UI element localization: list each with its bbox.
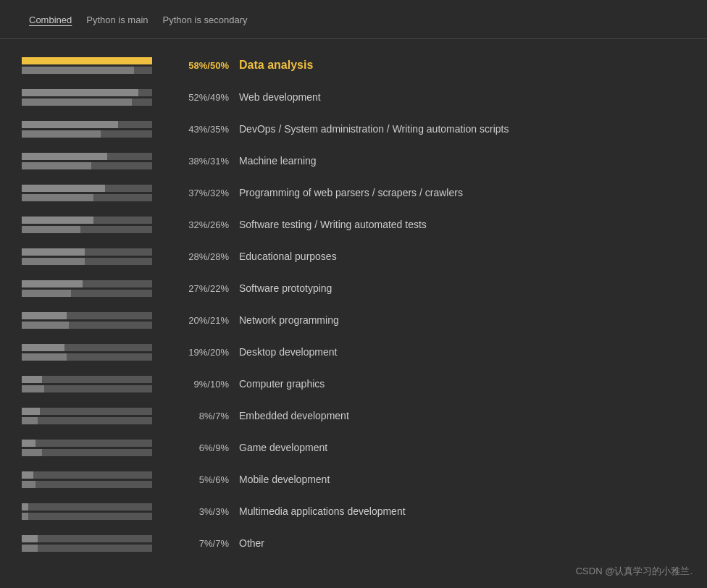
bar-area	[22, 153, 174, 169]
bar-track-primary	[22, 535, 152, 542]
percent-label: 6%/9%	[174, 442, 239, 453]
bar-track-primary	[22, 153, 152, 160]
bar-track-secondary	[22, 417, 152, 424]
bar-track-secondary	[22, 258, 152, 265]
percent-label: 3%/3%	[174, 506, 239, 517]
chart-row: 58%/50%Data analysis	[22, 49, 685, 81]
percent-label: 27%/22%	[174, 283, 239, 294]
bar-track-secondary	[22, 67, 152, 74]
chart-row: 27%/22%Software prototyping	[22, 272, 685, 304]
chart-row: 37%/32%Programming of web parsers / scra…	[22, 177, 685, 209]
chart-row: 19%/20%Desktop development	[22, 336, 685, 368]
bar-track-secondary	[22, 385, 152, 392]
bar-track-primary	[22, 248, 152, 256]
bar-area	[22, 121, 174, 138]
percent-label: 20%/21%	[174, 315, 239, 326]
percent-label: 52%/49%	[174, 92, 239, 103]
bar-area	[22, 344, 174, 361]
bar-area	[22, 217, 174, 233]
percent-label: 32%/26%	[174, 219, 239, 230]
bar-track-primary	[22, 471, 152, 479]
bar-track-primary	[22, 57, 152, 64]
chart-row: 38%/31%Machine learning	[22, 145, 685, 177]
bar-area	[22, 408, 174, 424]
category-label: Network programming	[239, 314, 339, 326]
bar-track-secondary	[22, 194, 152, 201]
category-label: Software prototyping	[239, 282, 332, 294]
percent-label: 19%/20%	[174, 347, 239, 358]
watermark: CSDN @认真学习的小雅兰.	[576, 565, 693, 578]
category-label: Programming of web parsers / scrapers / …	[239, 187, 463, 198]
tabs-container: CombinedPython is mainPython is secondar…	[0, 7, 707, 39]
percent-label: 28%/28%	[174, 251, 239, 262]
category-label: Mobile development	[239, 474, 330, 485]
category-label: Educational purposes	[239, 251, 337, 262]
bar-area	[22, 503, 174, 520]
category-label: DevOps / System administration / Writing…	[239, 123, 509, 135]
category-label: Game development	[239, 442, 327, 453]
category-label: Data analysis	[239, 59, 313, 72]
bar-track-secondary	[22, 449, 152, 456]
chart-row: 6%/9%Game development	[22, 432, 685, 463]
category-label: Other	[239, 537, 264, 549]
bar-track-primary	[22, 503, 152, 511]
category-label: Multimedia applications development	[239, 505, 406, 517]
bar-track-primary	[22, 376, 152, 383]
bar-track-primary	[22, 185, 152, 192]
bar-area	[22, 57, 174, 74]
bar-track-secondary	[22, 353, 152, 361]
bar-track-secondary	[22, 130, 152, 138]
percent-label: 38%/31%	[174, 156, 239, 167]
chart-row: 52%/49%Web development	[22, 81, 685, 113]
bar-area	[22, 471, 174, 488]
bar-area	[22, 440, 174, 456]
category-label: Computer graphics	[239, 378, 325, 390]
category-label: Machine learning	[239, 155, 317, 167]
percent-label: 5%/6%	[174, 474, 239, 485]
bar-area	[22, 312, 174, 329]
bar-track-primary	[22, 217, 152, 224]
bar-track-secondary	[22, 481, 152, 488]
chart-row: 20%/21%Network programming	[22, 304, 685, 336]
bar-area	[22, 185, 174, 201]
bar-track-secondary	[22, 545, 152, 552]
bar-track-primary	[22, 408, 152, 415]
percent-label: 58%/50%	[174, 60, 239, 71]
chart-row: 43%/35%DevOps / System administration / …	[22, 113, 685, 145]
percent-label: 9%/10%	[174, 379, 239, 390]
bar-area	[22, 535, 174, 552]
chart-row: 9%/10%Computer graphics	[22, 368, 685, 400]
bar-area	[22, 89, 174, 106]
bar-track-secondary	[22, 98, 152, 106]
chart-row: 3%/3%Multimedia applications development	[22, 495, 685, 527]
percent-label: 8%/7%	[174, 411, 239, 421]
bar-track-primary	[22, 121, 152, 128]
chart-container: 58%/50%Data analysis52%/49%Web developme…	[0, 46, 707, 566]
category-label: Embedded development	[239, 410, 349, 421]
bar-track-secondary	[22, 162, 152, 169]
bar-track-primary	[22, 312, 152, 319]
bar-area	[22, 248, 174, 265]
bar-track-primary	[22, 280, 152, 287]
category-label: Desktop development	[239, 346, 337, 358]
percent-label: 7%/7%	[174, 538, 239, 549]
chart-row: 5%/6%Mobile development	[22, 463, 685, 495]
bar-area	[22, 376, 174, 392]
bar-track-primary	[22, 440, 152, 447]
tab-combined[interactable]: Combined	[29, 14, 72, 27]
chart-row: 32%/26%Software testing / Writing automa…	[22, 209, 685, 240]
percent-label: 37%/32%	[174, 188, 239, 198]
bar-area	[22, 280, 174, 297]
chart-row: 8%/7%Embedded development	[22, 400, 685, 432]
chart-row: 7%/7%Other	[22, 527, 685, 559]
percent-label: 43%/35%	[174, 124, 239, 135]
bar-track-secondary	[22, 322, 152, 329]
bar-track-secondary	[22, 513, 152, 520]
bar-track-secondary	[22, 290, 152, 297]
bar-track-secondary	[22, 226, 152, 233]
category-label: Software testing / Writing automated tes…	[239, 219, 427, 230]
bar-track-primary	[22, 344, 152, 351]
tab-python-is-secondary[interactable]: Python is secondary	[163, 14, 248, 27]
bar-track-primary	[22, 89, 152, 96]
tab-python-is-main[interactable]: Python is main	[86, 14, 148, 27]
